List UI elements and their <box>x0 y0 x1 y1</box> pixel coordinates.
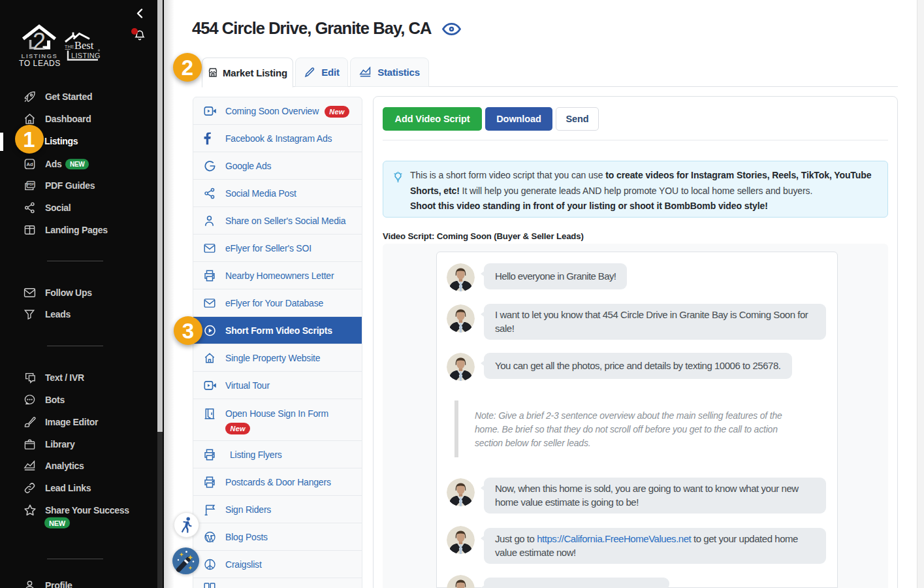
svg-text:PDF: PDF <box>27 182 34 186</box>
svg-text:TO LEADS: TO LEADS <box>19 59 61 68</box>
svg-text:2: 2 <box>33 28 46 55</box>
svg-text:Ad: Ad <box>26 161 33 167</box>
svg-text:LISTING: LISTING <box>71 52 101 59</box>
svg-text:Best: Best <box>74 39 94 52</box>
svg-text:THE: THE <box>65 44 74 49</box>
